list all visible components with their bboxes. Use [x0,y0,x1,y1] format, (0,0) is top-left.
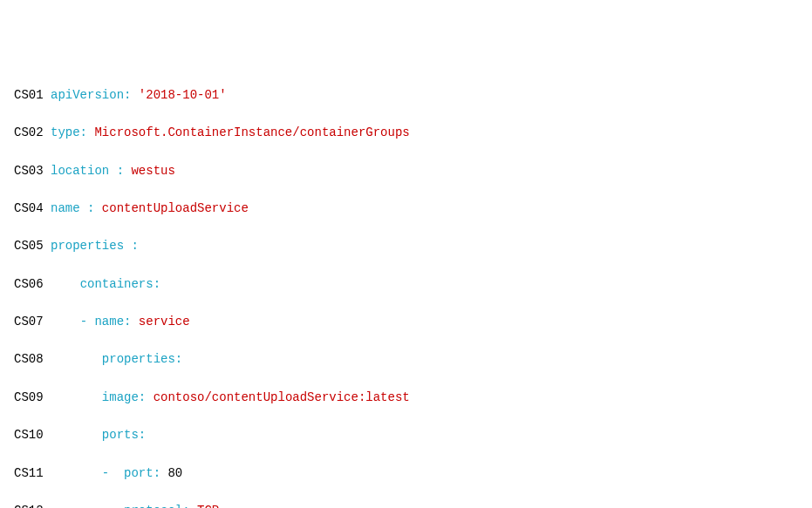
code-line: CS12 protocol: TCP [14,502,798,508]
yaml-value: contoso/contentUploadService:latest [154,390,410,404]
yaml-value: contentUploadService [102,201,249,215]
code-line: CS07 - name: service [14,313,798,332]
code-line: CS01 apiVersion: '2018-10-01' [14,86,798,105]
line-number: CS08 [14,352,44,366]
code-line: CS02 type: Microsoft.ContainerInstance/c… [14,124,798,143]
yaml-key: protocol: [124,504,190,508]
code-line: CS05 properties : [14,237,798,256]
code-line: CS03 location : westus [14,162,798,181]
yaml-value: service [139,315,190,329]
code-line: CS08 properties: [14,350,798,369]
code-line: CS09 image: contoso/contentUploadService… [14,389,798,408]
line-number: CS04 [14,201,44,215]
yaml-value: 80 [167,466,182,480]
code-line: CS10 ports: [14,426,798,445]
line-number: CS11 [14,466,44,480]
line-number: CS07 [14,315,44,329]
line-number: CS06 [14,277,44,291]
yaml-key: containers: [80,277,160,291]
line-number: CS10 [14,428,44,442]
code-line: CS11 - port: 80 [14,464,798,484]
yaml-value: Microsoft.ContainerInstance/containerGro… [94,125,409,139]
line-number: CS02 [14,125,44,139]
yaml-key: image: [102,390,146,404]
yaml-key: properties : [51,239,139,253]
line-number: CS05 [14,239,44,253]
yaml-key: - port: [102,466,160,480]
code-line: CS04 name : contentUploadService [14,200,798,219]
yaml-value: '2018-10-01' [139,88,227,102]
yaml-key: location : [51,164,124,178]
yaml-key: ports: [102,428,146,442]
line-number: CS12 [14,504,44,508]
yaml-key: - name: [80,315,132,329]
yaml-key: name : [51,201,94,215]
line-number: CS01 [14,88,44,102]
code-line: CS06 containers: [14,275,798,295]
yaml-key: type: [51,125,87,139]
yaml-key: apiVersion: [51,88,131,102]
line-number: CS03 [14,164,44,178]
yaml-value: TCP [197,504,219,508]
yaml-value: westus [131,164,174,178]
line-number: CS09 [14,390,44,404]
yaml-key: properties: [102,352,182,366]
